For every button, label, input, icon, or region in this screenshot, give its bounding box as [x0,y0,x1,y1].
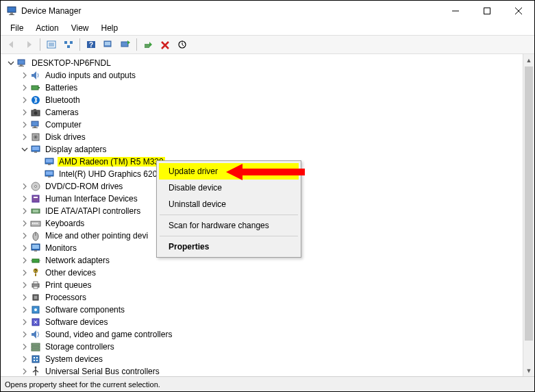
tree-category[interactable]: Bluetooth [3,94,523,106]
svg-rect-48 [34,197,38,198]
tree-label: DVD/CD-ROM drives [44,182,124,191]
svg-rect-53 [32,223,34,224]
menu-view[interactable]: View [66,23,95,34]
expand-icon[interactable] [20,269,29,278]
expand-icon[interactable] [20,108,29,117]
expand-icon[interactable] [20,330,29,339]
tree-category[interactable]: Display adapters [3,143,523,156]
content-area: DESKTOP-NP6FNDLAudio inputs and outputsB… [1,54,534,376]
swdev-icon [30,317,41,328]
tree-category[interactable]: Storage controllers [3,341,523,353]
expand-icon[interactable] [20,293,29,302]
minimize-button[interactable] [440,1,471,21]
expand-icon[interactable] [20,281,29,290]
collapse-icon[interactable] [6,59,15,68]
expand-icon[interactable] [20,219,29,228]
help-button[interactable]: ? [83,37,99,52]
context-menu-item[interactable]: Uninstall device [159,196,299,212]
expand-icon[interactable] [20,306,29,315]
svg-rect-44 [48,176,51,177]
vertical-scrollbar[interactable]: ▲ ▼ [523,54,534,376]
storage-icon [30,341,41,352]
context-menu-item[interactable]: Scan for hardware changes [159,217,299,234]
svg-rect-43 [46,171,53,175]
expand-icon[interactable] [20,355,29,364]
expand-icon[interactable] [20,121,29,130]
expand-icon[interactable] [20,343,29,352]
svg-rect-38 [34,151,37,153]
show-hidden-button[interactable] [100,37,116,52]
expand-icon[interactable] [20,256,29,265]
expand-icon[interactable] [20,318,29,327]
svg-point-28 [34,112,38,115]
svg-rect-4 [484,8,490,14]
svg-text:?: ? [34,269,37,273]
tree-category[interactable]: Sound, video and game controllers [3,328,523,341]
collapse-icon[interactable] [20,145,29,154]
tree-category[interactable]: Audio inputs and outputs [3,69,523,82]
tree-category[interactable]: Cameras [3,106,523,119]
svg-rect-11 [64,41,67,44]
device-tree-button[interactable] [60,37,77,52]
tree-category[interactable]: Universal Serial Bus controllers [3,365,523,376]
tree-category[interactable]: Disk drives [3,131,523,143]
scroll-up-button[interactable]: ▲ [523,54,534,66]
context-menu-item[interactable]: Properties [159,238,299,255]
tree-label: IDE ATA/ATAPI controllers [44,206,142,216]
menu-file[interactable]: File [5,23,29,34]
tree-category[interactable]: Batteries [3,82,523,94]
svg-rect-62 [31,260,32,261]
tree-category[interactable]: ?Other devices [3,267,523,279]
statusbar-text: Opens property sheet for the current sel… [5,380,160,389]
forward-button [21,37,37,52]
tree-category[interactable]: Software components [3,304,523,316]
svg-rect-69 [34,286,38,289]
toolbar-separator [79,38,80,51]
expand-icon[interactable] [20,232,29,241]
update-driver-button[interactable] [117,37,134,52]
tree-label: Keyboards [44,219,86,228]
expand-icon[interactable] [20,96,29,105]
expand-icon[interactable] [20,133,29,142]
expand-icon[interactable] [20,84,29,93]
svg-rect-75 [32,343,40,345]
tree-category[interactable]: Computer [3,119,523,131]
properties-button[interactable] [43,37,60,52]
svg-rect-1 [10,12,13,14]
cpu-icon [30,292,41,303]
tree-root[interactable]: DESKTOP-NP6FNDL [3,57,523,69]
ide-icon [30,206,41,217]
svg-rect-0 [8,7,16,12]
svg-rect-76 [32,346,40,348]
scan-hardware-button[interactable] [174,37,190,52]
expand-icon[interactable] [20,195,29,204]
expand-icon[interactable] [20,182,29,191]
tree-category[interactable]: System devices [3,353,523,365]
expand-icon[interactable] [20,244,29,253]
tree-label: Other devices [44,268,97,278]
scroll-down-button[interactable]: ▼ [523,365,534,376]
dvd-icon [30,181,41,192]
tree-category[interactable]: Processors [3,291,523,304]
svg-rect-63 [39,260,40,261]
uninstall-button[interactable] [157,37,173,52]
expand-icon[interactable] [20,207,29,216]
tree-category[interactable]: Print queues [3,279,523,291]
scroll-thumb[interactable] [525,66,533,341]
tree-category[interactable]: Software devices [3,316,523,328]
tree-label: Computer [44,120,83,130]
close-button[interactable] [503,1,534,21]
menu-help[interactable]: Help [96,23,124,34]
expand-icon[interactable] [20,367,29,376]
other-icon: ? [30,267,41,278]
svg-point-46 [35,186,37,188]
window-controls [440,1,534,21]
expand-icon[interactable] [20,71,29,80]
device-manager-window: Device Manager File Action View Help ? D… [0,0,535,392]
maximize-button[interactable] [471,1,503,21]
menu-action[interactable]: Action [30,23,64,34]
enable-button[interactable] [140,37,156,52]
mouse-icon [30,230,41,241]
computer-icon [16,58,27,69]
svg-rect-21 [18,60,25,64]
